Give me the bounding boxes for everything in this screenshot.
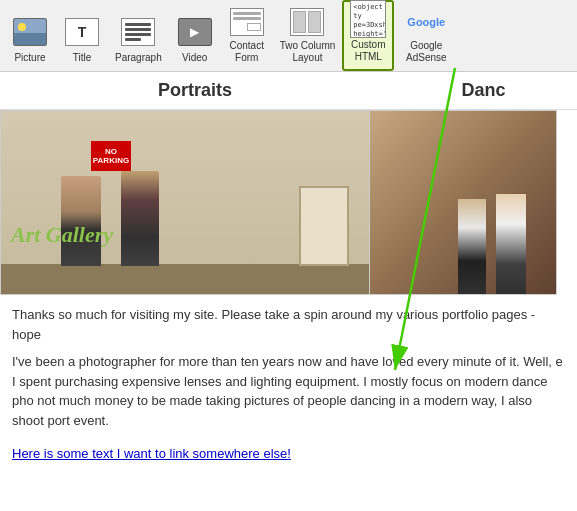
left-image: NO PARKING Art Gallery bbox=[0, 110, 370, 295]
left-image-inner: NO PARKING Art Gallery bbox=[1, 111, 369, 294]
toolbar-item-contact-label: ContactForm bbox=[229, 40, 263, 64]
contact-icon bbox=[229, 5, 265, 38]
toolbar-item-customhtml-label: CustomHTML bbox=[351, 39, 385, 63]
section-headers: Portraits Danc bbox=[0, 72, 577, 110]
right-figure2 bbox=[458, 199, 486, 294]
video-icon bbox=[177, 14, 213, 50]
customhtml-preview: <object ty pe=3Dxshock height='32 style=… bbox=[350, 0, 386, 38]
toolbar: Picture T Title Paragraph Video bbox=[0, 0, 577, 72]
no-parking-sign: NO PARKING bbox=[91, 141, 131, 171]
customhtml-icon: <object ty pe=3Dxshock height='32 style=… bbox=[350, 1, 386, 37]
toolbar-item-customhtml[interactable]: <object ty pe=3Dxshock height='32 style=… bbox=[342, 0, 394, 71]
toolbar-item-twocol-label: Two ColumnLayout bbox=[280, 40, 336, 64]
right-image-inner bbox=[370, 111, 556, 294]
right-figure1 bbox=[496, 194, 526, 294]
toolbar-item-title-label: Title bbox=[73, 52, 92, 64]
toolbar-item-adsense[interactable]: Google GoogleAdSense bbox=[394, 0, 458, 71]
content-area: Portraits Danc NO PARKING Art Gallery bbox=[0, 72, 577, 511]
toolbar-item-adsense-label: GoogleAdSense bbox=[406, 40, 447, 64]
dance-header: Danc bbox=[390, 72, 577, 109]
right-image bbox=[370, 110, 557, 295]
toolbar-item-video[interactable]: Video bbox=[169, 0, 221, 71]
page-content: Portraits Danc NO PARKING Art Gallery bbox=[0, 72, 577, 511]
toolbar-item-picture[interactable]: Picture bbox=[4, 0, 56, 71]
picture-icon bbox=[12, 14, 48, 50]
twocol-icon bbox=[289, 5, 325, 38]
link-text[interactable]: Here is some text I want to link somewhe… bbox=[12, 444, 291, 464]
toolbar-item-title[interactable]: T Title bbox=[56, 0, 108, 71]
paragraph-1: Thanks so much for visiting my site. Ple… bbox=[12, 305, 565, 344]
toolbar-item-twocol[interactable]: Two ColumnLayout bbox=[273, 0, 343, 71]
portraits-header: Portraits bbox=[0, 72, 390, 109]
paragraph-icon bbox=[120, 14, 156, 50]
text-content: Thanks so much for visiting my site. Ple… bbox=[0, 295, 577, 474]
toolbar-item-paragraph-label: Paragraph bbox=[115, 52, 162, 64]
toolbar-item-contact[interactable]: ContactForm bbox=[221, 0, 273, 71]
graffiti-text: Art Gallery bbox=[11, 222, 191, 262]
adsense-icon: Google bbox=[408, 5, 444, 38]
gallery-door bbox=[299, 186, 349, 266]
toolbar-item-picture-label: Picture bbox=[14, 52, 45, 64]
paragraph-2: I've been a photographer for more than t… bbox=[12, 352, 565, 430]
gallery-floor bbox=[1, 264, 369, 294]
images-row: NO PARKING Art Gallery bbox=[0, 110, 577, 295]
toolbar-item-paragraph[interactable]: Paragraph bbox=[108, 0, 169, 71]
title-icon: T bbox=[64, 14, 100, 50]
toolbar-item-video-label: Video bbox=[182, 52, 207, 64]
